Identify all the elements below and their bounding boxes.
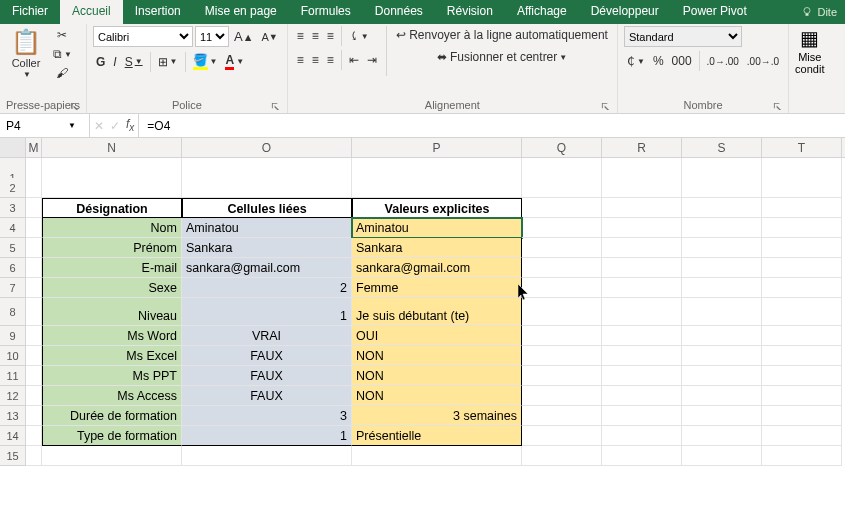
cell[interactable]: NON bbox=[352, 366, 522, 386]
cell[interactable]: Aminatou bbox=[182, 218, 352, 238]
cell[interactable]: sankara@gmail.com bbox=[182, 258, 352, 278]
col-header-Q[interactable]: Q bbox=[522, 138, 602, 157]
cell[interactable]: Ms Access bbox=[42, 386, 182, 406]
increase-indent-button[interactable]: ⇥ bbox=[364, 51, 380, 69]
col-header-M[interactable]: M bbox=[26, 138, 42, 157]
cut-button[interactable]: ✂ bbox=[50, 26, 75, 44]
cell[interactable]: Ms Excel bbox=[42, 346, 182, 366]
comma-button[interactable]: 000 bbox=[669, 52, 695, 70]
row-header[interactable]: 2 bbox=[0, 178, 26, 198]
conditional-format-icon[interactable]: ▦ bbox=[800, 26, 819, 50]
cell[interactable]: Je suis débutant (te) bbox=[352, 298, 522, 326]
cell[interactable]: Nom bbox=[42, 218, 182, 238]
tab-formules[interactable]: Formules bbox=[289, 0, 363, 24]
row-header[interactable]: 7 bbox=[0, 278, 26, 298]
cell[interactable]: Type de formation bbox=[42, 426, 182, 446]
cell[interactable]: Ms Word bbox=[42, 326, 182, 346]
col-header-R[interactable]: R bbox=[602, 138, 682, 157]
underline-button[interactable]: S▼ bbox=[122, 53, 146, 71]
dialog-launcher-icon[interactable] bbox=[70, 101, 80, 111]
borders-button[interactable]: ⊞▼ bbox=[155, 53, 181, 71]
italic-button[interactable]: I bbox=[110, 53, 119, 71]
cell[interactable]: OUI bbox=[352, 326, 522, 346]
row-header[interactable]: 8 bbox=[0, 298, 26, 326]
col-header-S[interactable]: S bbox=[682, 138, 762, 157]
cell[interactable]: Ms PPT bbox=[42, 366, 182, 386]
cell[interactable]: FAUX bbox=[182, 386, 352, 406]
col-header-P[interactable]: P bbox=[352, 138, 522, 157]
cell[interactable]: E-mail bbox=[42, 258, 182, 278]
cancel-icon[interactable]: ✕ bbox=[94, 119, 104, 133]
font-color-button[interactable]: A▼ bbox=[222, 51, 247, 72]
row-header[interactable]: 5 bbox=[0, 238, 26, 258]
col-header-T[interactable]: T bbox=[762, 138, 842, 157]
cell[interactable]: 3 bbox=[182, 406, 352, 426]
col-header-O[interactable]: O bbox=[182, 138, 352, 157]
cell[interactable]: FAUX bbox=[182, 346, 352, 366]
name-box[interactable]: ▼ bbox=[0, 114, 90, 137]
increase-font-button[interactable]: A▲ bbox=[231, 27, 256, 46]
cell[interactable]: Présentielle bbox=[352, 426, 522, 446]
dialog-launcher-icon[interactable] bbox=[271, 101, 281, 111]
cell[interactable]: Durée de formation bbox=[42, 406, 182, 426]
tab-power-pivot[interactable]: Power Pivot bbox=[671, 0, 759, 24]
row-header[interactable]: 12 bbox=[0, 386, 26, 406]
decrease-indent-button[interactable]: ⇤ bbox=[346, 51, 362, 69]
tab-fichier[interactable]: Fichier bbox=[0, 0, 60, 24]
col-header-N[interactable]: N bbox=[42, 138, 182, 157]
tab-insertion[interactable]: Insertion bbox=[123, 0, 193, 24]
number-format-select[interactable]: Standard bbox=[624, 26, 742, 47]
font-name-select[interactable]: Calibri bbox=[93, 26, 193, 47]
align-left-button[interactable]: ≡ bbox=[294, 51, 307, 69]
worksheet-grid[interactable]: M N O P Q R S T 1 2 3DésignationCellules… bbox=[0, 138, 845, 466]
cell[interactable]: 1 bbox=[182, 426, 352, 446]
cell[interactable]: NON bbox=[352, 386, 522, 406]
decrease-font-button[interactable]: A▼ bbox=[258, 29, 280, 45]
cell-selected[interactable]: Aminatou bbox=[352, 218, 522, 238]
cell[interactable]: Niveau bbox=[42, 298, 182, 326]
tell-me[interactable]: Dite bbox=[801, 0, 845, 24]
cell[interactable]: Cellules liées bbox=[182, 198, 352, 218]
row-header[interactable]: 9 bbox=[0, 326, 26, 346]
cell[interactable]: NON bbox=[352, 346, 522, 366]
formula-input[interactable] bbox=[147, 119, 837, 133]
name-box-input[interactable] bbox=[6, 119, 66, 133]
cell[interactable]: 3 semaines bbox=[352, 406, 522, 426]
accounting-button[interactable]: ₵▼ bbox=[624, 52, 648, 70]
align-top-button[interactable]: ≡ bbox=[294, 27, 307, 45]
tab-donnees[interactable]: Données bbox=[363, 0, 435, 24]
cell[interactable]: Prénom bbox=[42, 238, 182, 258]
orientation-button[interactable]: ⤹▼ bbox=[346, 27, 372, 45]
cell[interactable]: Femme bbox=[352, 278, 522, 298]
copy-button[interactable]: ⧉▼ bbox=[50, 45, 75, 63]
align-bottom-button[interactable]: ≡ bbox=[324, 27, 337, 45]
cell[interactable]: Sankara bbox=[352, 238, 522, 258]
select-all-corner[interactable] bbox=[0, 138, 26, 157]
bold-button[interactable]: G bbox=[93, 53, 108, 71]
row-header[interactable]: 10 bbox=[0, 346, 26, 366]
row-header[interactable]: 6 bbox=[0, 258, 26, 278]
row-header[interactable]: 11 bbox=[0, 366, 26, 386]
tab-accueil[interactable]: Accueil bbox=[60, 0, 123, 24]
tab-affichage[interactable]: Affichage bbox=[505, 0, 579, 24]
fill-color-button[interactable]: 🪣▼ bbox=[190, 51, 221, 72]
wrap-text-button[interactable]: ↩ Renvoyer à la ligne automatiquement bbox=[393, 26, 611, 44]
enter-icon[interactable]: ✓ bbox=[110, 119, 120, 133]
align-center-button[interactable]: ≡ bbox=[309, 51, 322, 69]
format-painter-button[interactable]: 🖌 bbox=[50, 64, 75, 82]
align-right-button[interactable]: ≡ bbox=[324, 51, 337, 69]
tab-developpeur[interactable]: Développeur bbox=[579, 0, 671, 24]
dialog-launcher-icon[interactable] bbox=[772, 101, 782, 111]
cell[interactable]: FAUX bbox=[182, 366, 352, 386]
cell[interactable]: sankara@gmail.com bbox=[352, 258, 522, 278]
tab-mise-en-page[interactable]: Mise en page bbox=[193, 0, 289, 24]
chevron-down-icon[interactable]: ▼ bbox=[68, 121, 76, 130]
cell[interactable]: 1 bbox=[182, 298, 352, 326]
paste-button[interactable]: 📋 Coller ▼ bbox=[6, 26, 46, 81]
cell[interactable]: 2 bbox=[182, 278, 352, 298]
row-header[interactable]: 4 bbox=[0, 218, 26, 238]
row-header[interactable]: 3 bbox=[0, 198, 26, 218]
align-middle-button[interactable]: ≡ bbox=[309, 27, 322, 45]
merge-center-button[interactable]: ⬌ Fusionner et centrer▼ bbox=[393, 48, 611, 66]
fx-icon[interactable]: fx bbox=[126, 117, 134, 133]
